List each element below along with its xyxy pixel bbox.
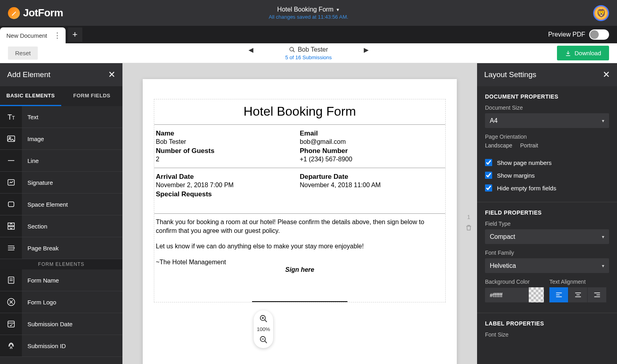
- align-center-button[interactable]: [568, 287, 588, 302]
- preview-label: Preview PDF: [548, 31, 585, 38]
- element-line[interactable]: Line: [0, 150, 122, 172]
- bg-color-input[interactable]: [485, 287, 544, 302]
- page-indicator: 1: [465, 214, 472, 231]
- bg-color-text[interactable]: [485, 288, 529, 302]
- zoom-out-icon[interactable]: [259, 335, 268, 344]
- hide-empty-fields-label[interactable]: Hide empty form fields: [497, 185, 556, 192]
- message-block[interactable]: Thank you for booking a room at our hote…: [154, 213, 445, 266]
- element-form-logo[interactable]: Form Logo: [0, 291, 122, 313]
- element-space[interactable]: Space Element: [0, 194, 122, 215]
- element-label: Form Logo: [22, 299, 56, 306]
- field-props-heading: FIELD PROPERTIES: [485, 209, 609, 216]
- element-signature[interactable]: Signature: [0, 172, 122, 194]
- logo[interactable]: JotForm: [8, 7, 63, 19]
- element-label: Space Element: [22, 201, 68, 208]
- element-label: Line: [22, 157, 39, 164]
- svg-point-0: [290, 47, 293, 51]
- show-margins-label[interactable]: Show margins: [497, 172, 535, 179]
- element-submission-id[interactable]: Submission ID: [0, 335, 122, 357]
- field-type-label: Field Type: [485, 221, 609, 227]
- kebab-menu-icon[interactable]: ⋮: [54, 31, 61, 40]
- signature-line[interactable]: [252, 301, 347, 302]
- close-right-sidebar-icon[interactable]: ✕: [603, 70, 610, 80]
- field-departure-value: November 4, 2018 11:00 AM: [300, 182, 444, 189]
- sign-here-label: Sign here: [154, 266, 445, 273]
- svg-line-1: [293, 50, 295, 52]
- orientation-label: Page Orientation: [485, 134, 609, 140]
- document-properties-section: DOCUMENT PROPERTIES Document Size A4 Pag…: [477, 86, 617, 199]
- field-properties-section: FIELD PROPERTIES Field Type Compact Font…: [477, 202, 617, 310]
- element-label: Image: [22, 136, 44, 142]
- doc-props-heading: DOCUMENT PROPERTIES: [485, 93, 609, 100]
- field-name-value: Bob Tester: [156, 138, 300, 145]
- field-arrival-label: Arrival Date: [156, 173, 300, 181]
- prev-submission-arrow[interactable]: ◀: [248, 46, 253, 54]
- align-right-button[interactable]: [588, 287, 607, 302]
- element-label: Signature: [22, 179, 53, 186]
- download-button[interactable]: Download: [557, 46, 609, 60]
- element-form-name[interactable]: Form Name: [0, 269, 122, 291]
- main: Add Element ✕ BASIC ELEMENTS FORM FIELDS…: [0, 63, 617, 364]
- download-icon: [565, 50, 571, 56]
- field-departure-label: Departure Date: [300, 173, 444, 181]
- preview-toggle-switch[interactable]: [589, 29, 609, 40]
- orientation-landscape[interactable]: Landscape: [485, 142, 512, 149]
- hide-empty-fields-checkbox[interactable]: [485, 184, 492, 192]
- text-icon: TT: [0, 106, 22, 128]
- show-page-numbers-label[interactable]: Show page numbers: [497, 159, 552, 166]
- align-left-button[interactable]: [549, 287, 568, 302]
- zoom-in-icon[interactable]: [259, 314, 268, 323]
- basic-elements-list: TTText Image Line Signature Space Elemen…: [0, 106, 122, 259]
- doc-title[interactable]: Hotel Booking Form: [154, 104, 445, 119]
- font-family-select[interactable]: Helvetica: [485, 258, 609, 273]
- field-email-value: bob@gmail.com: [300, 138, 444, 145]
- element-label: Text: [22, 114, 39, 120]
- form-elements-divider: FORM ELEMENTS: [0, 259, 122, 269]
- document-tab-label: New Document: [6, 32, 47, 39]
- space-icon: [0, 194, 22, 215]
- svg-rect-18: [8, 321, 14, 327]
- next-submission-arrow[interactable]: ▶: [364, 46, 369, 54]
- field-type-select[interactable]: Compact: [485, 229, 609, 244]
- element-page-break[interactable]: Page Break: [0, 237, 122, 259]
- form-title-text: Hotel Booking Form: [277, 6, 333, 13]
- page-break-icon: [0, 237, 22, 259]
- submission-search[interactable]: Bob Tester: [289, 46, 328, 53]
- svg-text:T: T: [12, 115, 15, 121]
- add-tab-button[interactable]: +: [68, 27, 82, 42]
- element-image[interactable]: Image: [0, 128, 122, 150]
- field-phone-label: Phone Number: [300, 147, 444, 155]
- element-label: Submission ID: [22, 343, 66, 349]
- save-status: All changes saved at 11:43:56 AM.: [269, 14, 348, 20]
- doc-size-label: Document Size: [485, 105, 609, 111]
- field-phone-value: +1 (234) 567-8900: [300, 156, 444, 163]
- tab-form-fields[interactable]: FORM FIELDS: [61, 86, 122, 106]
- element-label: Section: [22, 223, 47, 230]
- canvas[interactable]: Hotel Booking Form Name Bob Tester Numbe…: [122, 63, 477, 364]
- close-left-sidebar-icon[interactable]: ✕: [108, 70, 115, 80]
- element-submission-date[interactable]: Submission Date: [0, 313, 122, 335]
- form-title-dropdown[interactable]: Hotel Booking Form ▼: [269, 6, 348, 13]
- svg-rect-8: [8, 202, 14, 207]
- element-section[interactable]: Section: [0, 215, 122, 237]
- reset-button[interactable]: Reset: [8, 46, 38, 60]
- message-p3: ~The Hotel Management: [156, 258, 444, 267]
- document-tab[interactable]: New Document ⋮: [0, 27, 66, 43]
- form-logo-icon: [0, 291, 22, 313]
- pdf-page[interactable]: Hotel Booking Form Name Bob Tester Numbe…: [143, 79, 457, 364]
- submission-count: 5 of 16 Submissions: [248, 54, 369, 60]
- tab-basic-elements[interactable]: BASIC ELEMENTS: [0, 86, 61, 106]
- download-label: Download: [574, 50, 601, 56]
- user-avatar[interactable]: 🦁: [593, 5, 609, 21]
- form-name-icon: [0, 269, 22, 291]
- show-margins-checkbox[interactable]: [485, 172, 492, 179]
- submission-navigator: ◀ Bob Tester ▶ 5 of 16 Submissions: [248, 46, 369, 60]
- doc-size-select[interactable]: A4: [485, 113, 609, 128]
- trash-icon[interactable]: [465, 224, 472, 231]
- orientation-portrait[interactable]: Portrait: [520, 142, 538, 149]
- svg-rect-14: [8, 277, 14, 283]
- element-text[interactable]: TTText: [0, 106, 122, 128]
- element-label: Form Name: [22, 277, 59, 284]
- show-page-numbers-checkbox[interactable]: [485, 159, 492, 166]
- bg-color-swatch[interactable]: [529, 287, 544, 302]
